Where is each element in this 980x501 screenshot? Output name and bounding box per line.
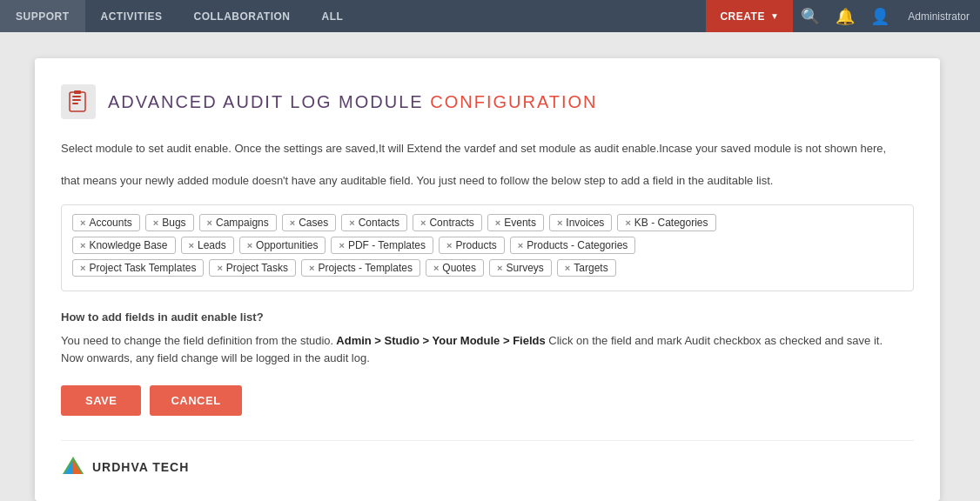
tag-contracts-x[interactable]: × — [420, 217, 426, 228]
nav-activities[interactable]: ACTIVITIES — [85, 0, 178, 32]
tags-row-2: × Knowledge Base × Leads × Opportunities… — [72, 237, 903, 254]
tag-contacts[interactable]: × Contacts — [341, 214, 407, 231]
tag-quotes[interactable]: × Quotes — [426, 259, 484, 277]
tag-accounts[interactable]: × Accounts — [72, 214, 140, 231]
nav-all[interactable]: ALL — [305, 0, 359, 32]
tag-knowledge-base-x[interactable]: × — [80, 240, 85, 250]
tag-products-categories-x[interactable]: × — [518, 240, 523, 250]
nav-collaboration[interactable]: COLLABORATION — [178, 0, 306, 32]
tag-campaigns[interactable]: × Campaigns — [199, 214, 277, 231]
tag-kb-categories[interactable]: × KB - Categories — [617, 214, 715, 231]
tag-pdf-templates-x[interactable]: × — [339, 240, 344, 250]
footer-divider — [61, 440, 914, 441]
tag-kb-categories-x[interactable]: × — [625, 217, 630, 228]
admin-label[interactable]: Administrator — [897, 0, 980, 32]
footer-logo: URDHVA TECH — [61, 455, 914, 479]
tag-leads-x[interactable]: × — [189, 240, 194, 250]
tag-campaigns-x[interactable]: × — [207, 217, 212, 228]
tag-products[interactable]: × Products — [439, 237, 505, 254]
tags-row-1: × Accounts × Bugs × Campaigns × Cases × … — [72, 214, 903, 231]
tag-project-tasks[interactable]: × Project Tasks — [209, 259, 296, 277]
create-dropdown-arrow: ▼ — [770, 11, 779, 21]
cancel-button[interactable]: CANCEL — [150, 385, 241, 416]
tag-contracts[interactable]: × Contracts — [413, 214, 482, 231]
tag-surveys-x[interactable]: × — [497, 263, 502, 273]
tag-project-task-templates[interactable]: × Project Task Templates — [72, 259, 204, 277]
nav-left: SUPPORT ACTIVITIES COLLABORATION ALL — [0, 0, 359, 32]
tags-row-3: × Project Task Templates × Project Tasks… — [72, 259, 903, 277]
tag-leads[interactable]: × Leads — [181, 237, 234, 254]
how-to-desc-2: Now onwards, any field change will be lo… — [61, 351, 370, 364]
card-title-normal: ADVANCED AUDIT LOG MODULE — [108, 92, 430, 111]
tag-bugs-x[interactable]: × — [153, 217, 158, 228]
card-title: ADVANCED AUDIT LOG MODULE CONFIGURATION — [108, 92, 598, 112]
tag-bugs[interactable]: × Bugs — [145, 214, 194, 231]
tag-targets-x[interactable]: × — [565, 263, 570, 273]
tag-project-task-templates-x[interactable]: × — [80, 263, 85, 273]
tag-invoices[interactable]: × Invoices — [549, 214, 612, 231]
nav-support[interactable]: SUPPORT — [0, 0, 85, 32]
button-row: SAVE CANCEL — [61, 385, 914, 416]
tag-opportunities[interactable]: × Opportunities — [239, 237, 326, 254]
user-icon[interactable]: 👤 — [863, 0, 897, 32]
tag-surveys[interactable]: × Surveys — [489, 259, 552, 277]
how-to-desc: You need to change the field definition … — [61, 332, 914, 369]
tag-products-x[interactable]: × — [446, 240, 452, 250]
tag-cases-x[interactable]: × — [290, 217, 295, 228]
create-button[interactable]: CREATE ▼ — [706, 0, 793, 32]
tag-knowledge-base[interactable]: × Knowledge Base — [72, 237, 176, 254]
svg-rect-3 — [72, 103, 78, 104]
notification-icon[interactable]: 🔔 — [828, 0, 863, 32]
tag-opportunities-x[interactable]: × — [247, 240, 252, 250]
config-card: ADVANCED AUDIT LOG MODULE CONFIGURATION … — [35, 58, 940, 501]
tag-projects-templates[interactable]: × Projects - Templates — [301, 259, 420, 277]
logo-text: URDHVA TECH — [92, 460, 189, 474]
tag-cases[interactable]: × Cases — [282, 214, 336, 231]
svg-rect-0 — [70, 92, 85, 111]
tag-targets[interactable]: × Targets — [557, 259, 616, 277]
tag-events[interactable]: × Events — [487, 214, 544, 231]
how-to-desc-end: Click on the field and mark Audit checkb… — [546, 334, 883, 347]
tag-pdf-templates[interactable]: × PDF - Templates — [331, 237, 433, 254]
tag-projects-templates-x[interactable]: × — [309, 263, 314, 273]
create-label: CREATE — [720, 10, 764, 23]
tag-project-tasks-x[interactable]: × — [217, 263, 222, 273]
svg-rect-2 — [72, 99, 81, 101]
tag-accounts-x[interactable]: × — [80, 217, 85, 228]
tag-invoices-x[interactable]: × — [557, 217, 562, 228]
save-button[interactable]: SAVE — [61, 385, 141, 416]
svg-rect-1 — [72, 96, 81, 97]
card-title-row: ADVANCED AUDIT LOG MODULE CONFIGURATION — [61, 84, 914, 119]
svg-rect-4 — [74, 90, 81, 94]
tag-quotes-x[interactable]: × — [433, 263, 439, 273]
description-2: that means your newly added module doesn… — [61, 172, 914, 190]
urdhva-logo-icon — [61, 455, 85, 479]
tags-container: × Accounts × Bugs × Campaigns × Cases × … — [61, 204, 914, 291]
navbar: SUPPORT ACTIVITIES COLLABORATION ALL CRE… — [0, 0, 980, 32]
how-to-desc-start: You need to change the field definition … — [61, 334, 333, 347]
tag-events-x[interactable]: × — [495, 217, 500, 228]
how-to-desc-bold: Admin > Studio > Your Module > Fields — [333, 334, 546, 347]
nav-right: CREATE ▼ 🔍 🔔 👤 Administrator — [706, 0, 980, 32]
description-1: Select module to set audit enable. Once … — [61, 140, 914, 158]
card-title-highlight: CONFIGURATION — [430, 92, 597, 111]
card-icon — [61, 84, 96, 119]
tag-contacts-x[interactable]: × — [349, 217, 354, 228]
main-content: ADVANCED AUDIT LOG MODULE CONFIGURATION … — [0, 32, 980, 501]
search-icon[interactable]: 🔍 — [793, 0, 828, 32]
how-to-title: How to add fields in audit enable list? — [61, 311, 914, 324]
tag-products-categories[interactable]: × Products - Categories — [510, 237, 636, 254]
